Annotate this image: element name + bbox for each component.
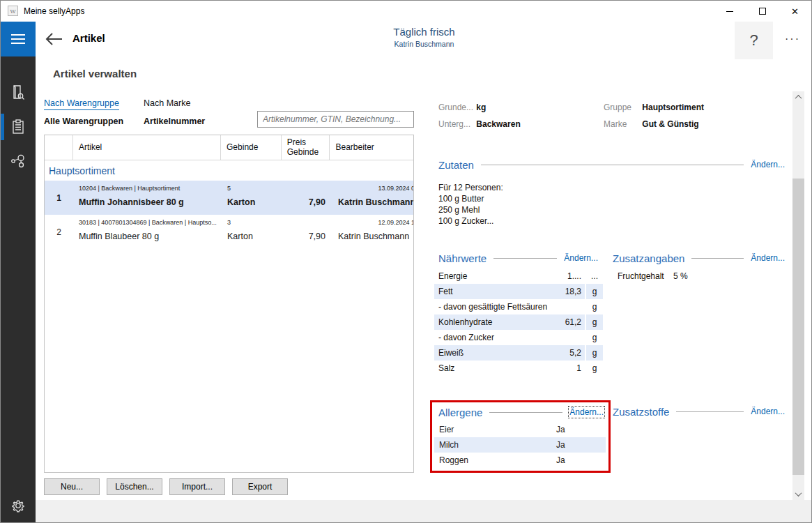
edit-date: 13.09.2024 0	[325, 185, 414, 192]
zusatzangaben-aendern-link[interactable]: Ändern...	[751, 253, 785, 263]
allergene-title: Allergene	[438, 407, 482, 418]
bottom-strip	[36, 500, 812, 523]
gebinde-count: 3	[222, 219, 282, 226]
chevron-up-icon	[795, 95, 802, 102]
row-index: 2	[45, 215, 73, 249]
share-network-icon	[9, 153, 27, 171]
detail-pane: Grunde... kg Unterg... Backwaren Gruppe …	[429, 91, 786, 500]
new-button[interactable]: Neu...	[44, 478, 100, 495]
field-untergruppe: Unterg... Backwaren	[438, 119, 521, 129]
window-controls: ✕	[713, 1, 811, 22]
sidebar-item-settings[interactable]	[1, 492, 36, 520]
search-input[interactable]	[257, 111, 414, 128]
delete-button[interactable]: Löschen...	[107, 478, 162, 495]
editor-name: Katrin Buschmann	[331, 197, 414, 207]
field-gruppe: Gruppe Hauptsortiment	[604, 103, 704, 112]
maximize-icon	[759, 8, 766, 15]
zusatzstoffe-aendern-link[interactable]: Ändern...	[751, 407, 785, 416]
zusatzangaben-section-header: Zusatzangaben Ändern...	[613, 252, 785, 264]
price: 7,90	[282, 197, 325, 207]
scrollbar-thumb[interactable]	[792, 179, 804, 475]
column-header-gebinde[interactable]: Gebinde	[221, 135, 282, 160]
close-button[interactable]: ✕	[779, 1, 811, 22]
nutrition-row: Energie1.... ...	[434, 268, 603, 284]
header: Artikel Täglich frisch Katrin Buschmann …	[36, 22, 812, 56]
article-meta: 30183 | 4007801304869 | Backwaren | Haup…	[73, 219, 222, 226]
scroll-up-button[interactable]	[792, 91, 804, 103]
nutrition-row: - davon Zucker g	[434, 330, 603, 345]
sidebar	[1, 22, 36, 523]
article-table: Artikel Gebinde Preis Gebinde Bearbeiter…	[44, 135, 414, 473]
table-row[interactable]: 2 30183 | 4007801304869 | Backwaren | Ha…	[45, 215, 413, 249]
sidebar-item-share[interactable]	[1, 146, 36, 178]
zutaten-line: 100 g Zucker...	[438, 215, 493, 227]
table-header: Artikel Gebinde Preis Gebinde Bearbeiter	[45, 135, 413, 160]
allergen-row: Milch Ja	[434, 437, 606, 453]
warengruppe-selector[interactable]: Alle Warengruppen	[44, 116, 123, 126]
zusatzangabe-row: Fruchtgehalt 5 %	[618, 271, 688, 281]
table-row[interactable]: 1 10204 | Backwaren | Hauptsortiment 5 1…	[45, 181, 413, 215]
nutrition-row: - davon gesättigte Fettsäuren g	[434, 299, 603, 314]
minimize-button[interactable]	[713, 1, 746, 22]
hamburger-menu-button[interactable]	[1, 22, 36, 56]
allergene-highlight-box: Allergene Ändern... Eier Ja Milch Ja Rog…	[430, 400, 611, 473]
row-index: 1	[45, 181, 73, 215]
gebinde-type: Karton	[222, 197, 282, 207]
gebinde-count: 5	[222, 185, 282, 192]
maximize-button[interactable]	[746, 1, 779, 22]
hamburger-icon	[11, 34, 25, 36]
field-marke: Marke Gut & Günstig	[604, 119, 699, 129]
nutrition-row: Fett18,3 g	[434, 284, 603, 299]
zusatzstoffe-title: Zusatzstoffe	[613, 406, 669, 418]
zutaten-section-header: Zutaten Ändern...	[438, 158, 785, 171]
divider	[489, 412, 562, 413]
field-grundeinheit: Grunde... kg	[438, 103, 486, 112]
nutrition-row: Kohlenhydrate61,2 g	[434, 314, 603, 330]
section-title: Artikel verwalten	[53, 68, 137, 79]
clipboard-icon	[10, 119, 26, 135]
article-name: Muffin Johannisbeer 80 g	[73, 197, 222, 207]
artikelnummer-selector[interactable]: Artikelnummer	[144, 116, 205, 126]
group-header-row[interactable]: Hauptsortiment	[45, 160, 413, 181]
column-header-artikel[interactable]: Artikel	[73, 135, 221, 160]
tab-nach-marke[interactable]: Nach Marke	[144, 98, 190, 108]
document-search-icon	[10, 84, 26, 100]
allergen-row: Roggen Ja	[434, 453, 606, 468]
tab-nach-warengruppe[interactable]: Nach Warengruppe	[44, 98, 119, 110]
help-button[interactable]: ?	[735, 22, 773, 59]
allergene-aendern-link[interactable]: Ändern...	[569, 407, 604, 417]
article-name: Muffin Blaubeer 80 g	[73, 232, 222, 241]
more-options-button[interactable]: ···	[778, 29, 807, 50]
column-header-bearbeiter[interactable]: Bearbeiter	[330, 135, 413, 160]
titlebar: w Meine sellyApps ✕	[1, 1, 811, 22]
gear-icon	[10, 497, 26, 514]
vertical-scrollbar	[792, 91, 804, 500]
export-button[interactable]: Export	[232, 478, 288, 495]
naehrwerte-aendern-link[interactable]: Ändern...	[564, 253, 598, 263]
nutrition-row: Eiweiß5,2 g	[434, 345, 603, 361]
column-header-index[interactable]	[45, 135, 73, 160]
sidebar-item-articles[interactable]	[1, 111, 36, 143]
divider	[481, 165, 744, 165]
zutaten-line: 100 g Butter	[438, 193, 484, 204]
app-window: w Meine sellyApps ✕	[0, 0, 812, 523]
zutaten-title: Zutaten	[438, 159, 474, 171]
divider	[676, 411, 744, 412]
scroll-down-button[interactable]	[792, 488, 804, 500]
window-title: Meine sellyApps	[24, 6, 84, 16]
zutaten-aendern-link[interactable]: Ändern...	[751, 160, 785, 169]
store-name: Täglich frisch	[36, 26, 812, 38]
gebinde-type: Karton	[222, 232, 282, 241]
import-button[interactable]: Import...	[169, 478, 225, 495]
minimize-icon	[726, 11, 733, 12]
allergene-section-header: Allergene Ändern...	[438, 406, 604, 418]
column-header-preis-gebinde[interactable]: Preis Gebinde	[282, 135, 330, 160]
naehrwerte-title: Nährwerte	[438, 252, 487, 264]
zutaten-line: Für 12 Personen:	[438, 182, 503, 193]
allergen-row: Eier Ja	[434, 422, 606, 437]
nutrition-row: Salz1 g	[434, 361, 603, 376]
store-header: Täglich frisch Katrin Buschmann	[36, 26, 812, 48]
edit-date: 12.09.2024 1	[325, 219, 414, 226]
sidebar-item-document-search[interactable]	[1, 76, 36, 108]
zutaten-line: 250 g Mehl	[438, 204, 480, 215]
